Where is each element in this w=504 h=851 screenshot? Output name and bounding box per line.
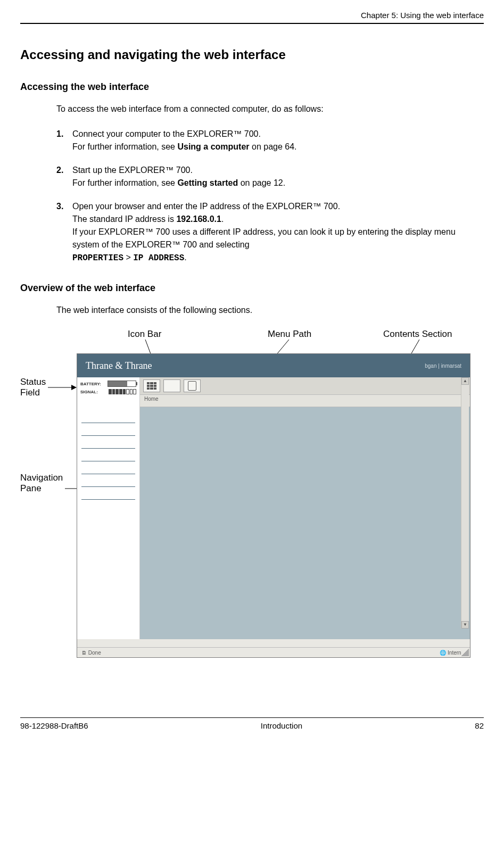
menu-path-code: PROPERTIES — [72, 253, 123, 263]
nav-item[interactable] — [81, 484, 135, 487]
resize-grip-icon[interactable] — [461, 649, 469, 656]
step-text: The standard IP address is — [72, 214, 176, 224]
nav-item[interactable] — [81, 420, 135, 423]
nav-item[interactable] — [81, 433, 135, 436]
step-2: 2. Start up the EXPLORER™ 700. For furth… — [56, 164, 477, 189]
status-left: 🗎 Done — [81, 650, 101, 656]
step-text: Start up the EXPLORER™ 700. — [72, 166, 193, 175]
step-text: Connect your computer to the EXPLORER™ 7… — [72, 129, 261, 138]
app-header: Thrane & Thrane bgan | inmarsat — [77, 354, 470, 377]
device-icon — [188, 381, 196, 391]
step-number: 3. — [56, 200, 72, 265]
signal-icon — [109, 389, 136, 394]
page-heading: Accessing and navigating the web interfa… — [20, 47, 484, 62]
brand-right: bgan | inmarsat — [425, 363, 461, 369]
step-text: Open your browser and enter the IP addre… — [72, 202, 340, 211]
step-list: 1. Connect your computer to the EXPLORER… — [56, 128, 477, 265]
step-text: If your EXPLORER™ 700 uses a different I… — [72, 227, 456, 249]
page-footer: 98-122988-DraftB6 Introduction 82 — [0, 718, 504, 741]
step-text: . — [221, 214, 224, 224]
nav-item[interactable] — [81, 497, 135, 500]
sidebar: BATTERY: SIGNAL: — [77, 377, 140, 639]
battery-icon — [108, 381, 136, 387]
menu-path-code: IP ADDRESS — [133, 253, 184, 263]
figure-overview: Icon Bar Menu Path Contents Section Stat… — [20, 329, 484, 675]
step-ref: Getting started — [177, 178, 238, 187]
step-text: > — [123, 253, 133, 262]
browser-status-bar: 🗎 Done 🌐 Internet — [77, 647, 470, 657]
brand-logo: Thrane & Thrane — [86, 360, 152, 371]
step-text: . — [184, 253, 186, 262]
toolbar-button[interactable] — [163, 379, 180, 392]
toolbar-button[interactable] — [184, 379, 201, 392]
step-text: For further information, see — [72, 142, 177, 151]
nav-item[interactable] — [81, 471, 135, 474]
step-text: on page 64. — [250, 142, 297, 151]
step-3: 3. Open your browser and enter the IP ad… — [56, 200, 477, 265]
browser-window: Thrane & Thrane bgan | inmarsat BATTERY:… — [77, 353, 470, 658]
scroll-down-icon[interactable]: ▼ — [461, 621, 469, 629]
callout-contents-section: Contents Section — [383, 329, 452, 340]
step-ref: Using a computer — [177, 142, 249, 151]
step-number: 2. — [56, 164, 72, 189]
step-text: on page 12. — [238, 178, 285, 187]
navigation-pane[interactable] — [77, 420, 139, 500]
intro-text: The web interface consists of the follow… — [56, 305, 477, 315]
callout-menu-path: Menu Path — [268, 329, 311, 340]
toolbar-button[interactable] — [143, 379, 160, 392]
intro-text: To access the web interface from a conne… — [56, 104, 477, 114]
running-head: Chapter 5: Using the web interface — [20, 11, 484, 24]
step-1: 1. Connect your computer to the EXPLORER… — [56, 128, 477, 153]
footer-doc-id: 98-122988-DraftB6 — [20, 721, 88, 730]
nav-item[interactable] — [81, 445, 135, 449]
subsection-accessing: Accessing the web interface — [20, 81, 484, 93]
footer-page-number: 82 — [475, 721, 484, 730]
callout-status-field: Status Field — [20, 377, 46, 398]
footer-section: Introduction — [261, 721, 302, 730]
scroll-up-icon[interactable]: ▲ — [461, 377, 469, 385]
grid-icon — [147, 382, 156, 390]
step-ip: 192.168.0.1 — [176, 214, 221, 224]
step-text: For further information, see — [72, 178, 177, 187]
menu-path-bar: Home — [140, 395, 470, 407]
subsection-overview: Overview of the web interface — [20, 283, 484, 294]
icon-bar — [140, 377, 470, 395]
contents-section: Home ▲ ▼ — [140, 377, 470, 639]
scrollbar-vertical[interactable]: ▲ ▼ — [461, 377, 469, 629]
callout-icon-bar: Icon Bar — [128, 329, 161, 340]
nav-item[interactable] — [81, 458, 135, 461]
step-number: 1. — [56, 128, 72, 153]
status-field: BATTERY: SIGNAL: — [77, 377, 139, 402]
signal-label: SIGNAL: — [80, 390, 98, 394]
callout-navigation-pane: Navigation Pane — [20, 473, 63, 494]
battery-label: BATTERY: — [80, 382, 101, 386]
